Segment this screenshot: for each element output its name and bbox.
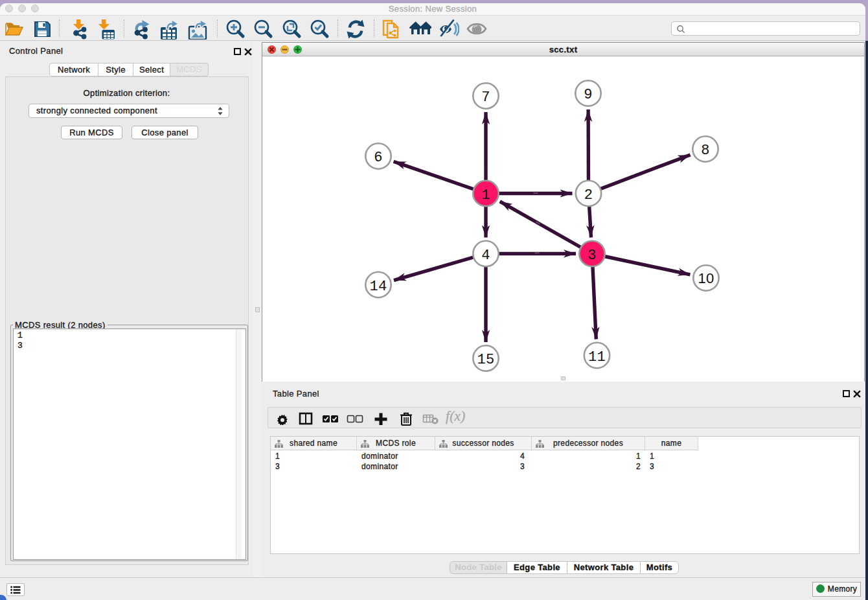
svg-text:10: 10 <box>698 270 714 286</box>
svg-text:3: 3 <box>588 248 597 264</box>
svg-text:15: 15 <box>477 352 494 368</box>
svg-text:6: 6 <box>374 150 383 166</box>
svg-text:4: 4 <box>481 248 490 264</box>
svg-text:9: 9 <box>584 87 593 103</box>
svg-text:7: 7 <box>481 89 490 106</box>
svg-text:8: 8 <box>701 143 710 159</box>
svg-text:1: 1 <box>481 187 490 203</box>
svg-text:2: 2 <box>584 187 593 203</box>
svg-text:11: 11 <box>588 349 606 365</box>
svg-text:14: 14 <box>369 279 387 295</box>
